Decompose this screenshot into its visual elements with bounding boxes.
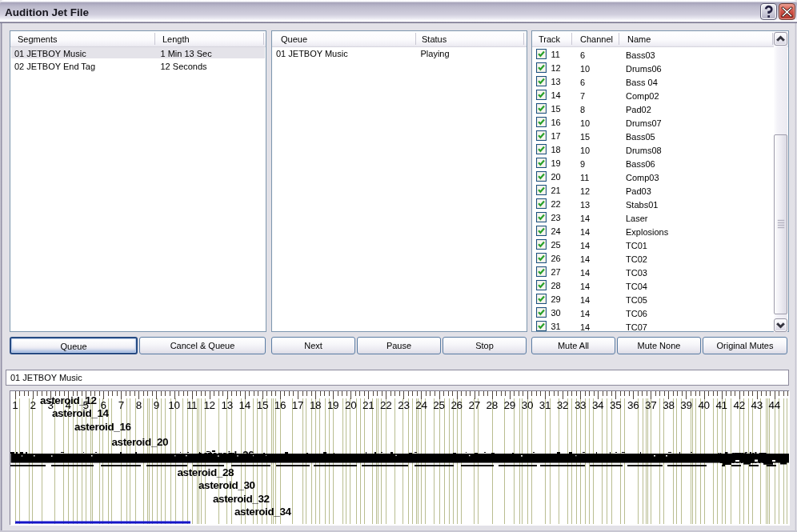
svg-text:23: 23 [398, 399, 409, 411]
svg-text:39: 39 [680, 399, 691, 411]
svg-text:31: 31 [539, 399, 551, 411]
svg-text:14: 14 [239, 399, 251, 411]
svg-text:41: 41 [715, 399, 727, 411]
svg-text:asteroid_12: asteroid_12 [40, 394, 97, 406]
svg-text:15: 15 [257, 399, 268, 411]
svg-text:38: 38 [663, 399, 674, 411]
svg-text:asteroid_30: asteroid_30 [198, 479, 255, 491]
svg-text:7: 7 [118, 399, 124, 411]
svg-text:2: 2 [30, 399, 35, 411]
svg-text:42: 42 [733, 399, 744, 411]
svg-text:26: 26 [451, 399, 462, 411]
svg-text:40: 40 [698, 399, 709, 411]
svg-text:17: 17 [292, 399, 303, 411]
svg-text:asteroid_34: asteroid_34 [234, 506, 292, 518]
svg-text:asteroid_20: asteroid_20 [112, 436, 169, 448]
svg-text:29: 29 [504, 399, 515, 411]
svg-text:32: 32 [557, 399, 568, 411]
svg-text:36: 36 [627, 399, 639, 411]
svg-text:44: 44 [769, 399, 781, 411]
svg-text:18: 18 [310, 399, 321, 411]
svg-text:9: 9 [154, 399, 159, 411]
svg-text:19: 19 [327, 399, 338, 411]
svg-text:24: 24 [415, 399, 427, 411]
svg-text:12: 12 [203, 399, 214, 411]
svg-text:34: 34 [592, 399, 604, 411]
svg-text:20: 20 [345, 399, 356, 411]
svg-text:asteroid_28: asteroid_28 [178, 466, 235, 478]
svg-text:33: 33 [575, 399, 586, 411]
svg-text:28: 28 [486, 399, 497, 411]
svg-text:13: 13 [221, 399, 232, 411]
svg-text:37: 37 [645, 399, 656, 411]
svg-text:27: 27 [468, 399, 479, 411]
svg-text:8: 8 [136, 399, 142, 411]
svg-text:22: 22 [380, 399, 391, 411]
svg-text:1: 1 [12, 399, 18, 411]
svg-text:35: 35 [610, 399, 621, 411]
svg-text:21: 21 [362, 399, 374, 411]
svg-text:30: 30 [522, 399, 533, 411]
svg-text:43: 43 [751, 399, 763, 411]
svg-text:asteroid_16: asteroid_16 [74, 421, 132, 433]
svg-text:10: 10 [168, 399, 179, 411]
svg-text:asteroid_14: asteroid_14 [52, 407, 110, 419]
svg-text:asteroid_32: asteroid_32 [213, 493, 270, 505]
svg-text:16: 16 [274, 399, 286, 411]
svg-text:11: 11 [186, 399, 197, 411]
svg-text:25: 25 [433, 399, 444, 411]
